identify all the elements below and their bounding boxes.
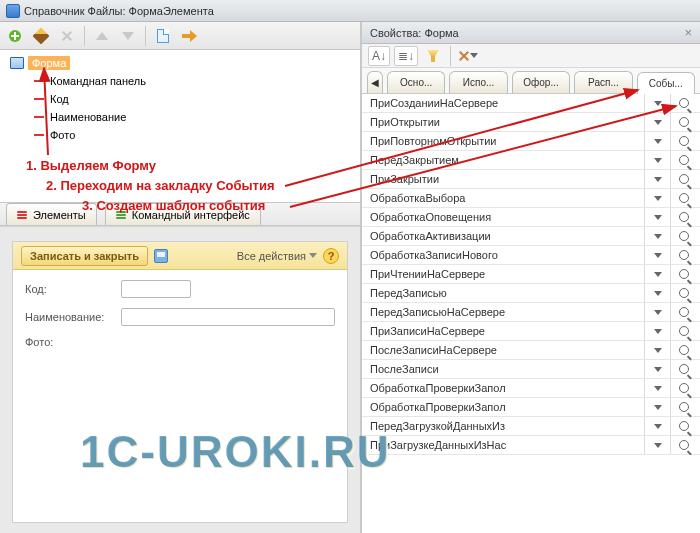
- tree-item[interactable]: Наименование: [6, 108, 354, 126]
- property-dropdown[interactable]: [644, 436, 670, 454]
- stack-green-icon: [116, 211, 126, 219]
- tree-item[interactable]: Фото: [6, 126, 354, 144]
- property-open[interactable]: [670, 170, 696, 188]
- magnifier-icon: [679, 326, 689, 336]
- magnifier-icon: [679, 440, 689, 450]
- property-dropdown[interactable]: [644, 303, 670, 321]
- edit-button[interactable]: [30, 25, 52, 47]
- property-dropdown[interactable]: [644, 341, 670, 359]
- property-dropdown[interactable]: [644, 322, 670, 340]
- property-open[interactable]: [670, 398, 696, 416]
- doc-button[interactable]: [152, 25, 174, 47]
- property-open[interactable]: [670, 265, 696, 283]
- property-dropdown[interactable]: [644, 208, 670, 226]
- help-button[interactable]: ?: [323, 248, 339, 264]
- property-label: ОбработкаПроверкиЗапол: [370, 382, 644, 394]
- property-open[interactable]: [670, 151, 696, 169]
- move-up-button[interactable]: [91, 25, 113, 47]
- property-open[interactable]: [670, 284, 696, 302]
- property-label: ПередЗаписью: [370, 287, 644, 299]
- property-dropdown[interactable]: [644, 360, 670, 378]
- property-dropdown[interactable]: [644, 284, 670, 302]
- magnifier-icon: [679, 307, 689, 317]
- property-dropdown[interactable]: [644, 170, 670, 188]
- magnifier-icon: [679, 212, 689, 222]
- tab-format[interactable]: Офор...: [512, 71, 570, 93]
- property-dropdown[interactable]: [644, 227, 670, 245]
- property-open[interactable]: [670, 132, 696, 150]
- property-row: ОбработкаАктивизации: [362, 227, 700, 246]
- doc-icon: [157, 29, 169, 43]
- property-dropdown[interactable]: [644, 94, 670, 112]
- tab-usage[interactable]: Испо...: [449, 71, 507, 93]
- property-label: ПередЗакрытием: [370, 154, 644, 166]
- save-close-button[interactable]: Записать и закрыть: [21, 246, 148, 266]
- property-open[interactable]: [670, 417, 696, 435]
- property-dropdown[interactable]: [644, 398, 670, 416]
- property-open[interactable]: [670, 436, 696, 454]
- code-input[interactable]: [121, 280, 191, 298]
- move-down-button[interactable]: [117, 25, 139, 47]
- chevron-down-icon: [654, 139, 662, 144]
- magnifier-icon: [679, 402, 689, 412]
- tree-root[interactable]: Форма: [6, 54, 354, 72]
- chevron-down-icon: [654, 386, 662, 391]
- property-open[interactable]: [670, 341, 696, 359]
- sort-cat-button[interactable]: ≣↓: [394, 46, 418, 66]
- tab-elements[interactable]: Элементы: [6, 203, 97, 225]
- property-dropdown[interactable]: [644, 265, 670, 283]
- add-button[interactable]: [4, 25, 26, 47]
- close-icon[interactable]: ×: [684, 25, 692, 40]
- bottom-tabs: Элементы Командный интерфейс: [0, 202, 360, 226]
- property-open[interactable]: [670, 189, 696, 207]
- property-open[interactable]: [670, 113, 696, 131]
- property-label: ПриЗагрузкеДанныхИзНас: [370, 439, 644, 451]
- tab-layout[interactable]: Расп...: [574, 71, 632, 93]
- separator: [145, 26, 146, 46]
- tree-item-label: Фото: [50, 129, 75, 141]
- all-actions-dropdown[interactable]: Все действия: [237, 250, 317, 262]
- tree-item[interactable]: Командная панель: [6, 72, 354, 90]
- property-open[interactable]: [670, 94, 696, 112]
- sort-alpha-button[interactable]: A↓: [368, 46, 390, 66]
- name-input[interactable]: [121, 308, 335, 326]
- properties-toolbar: A↓ ≣↓: [362, 44, 700, 68]
- property-open[interactable]: [670, 379, 696, 397]
- property-dropdown[interactable]: [644, 113, 670, 131]
- left-pane: Форма Командная панель Код Наименование …: [0, 22, 362, 533]
- property-open[interactable]: [670, 227, 696, 245]
- property-row: ОбработкаПроверкиЗапол: [362, 379, 700, 398]
- property-row: ПередЗагрузкойДанныхИз: [362, 417, 700, 436]
- property-row: ПриОткрытии: [362, 113, 700, 132]
- property-dropdown[interactable]: [644, 189, 670, 207]
- save-icon[interactable]: [154, 249, 168, 263]
- tree-item-label: Наименование: [50, 111, 126, 123]
- tab-main[interactable]: Осно...: [387, 71, 445, 93]
- property-label: ПриЗаписиНаСервере: [370, 325, 644, 337]
- delete-button[interactable]: [56, 25, 78, 47]
- property-row: ПриЗакрытии: [362, 170, 700, 189]
- window-title: Справочник Файлы: ФормаЭлемента: [24, 5, 214, 17]
- property-dropdown[interactable]: [644, 132, 670, 150]
- tab-command-interface[interactable]: Командный интерфейс: [105, 203, 261, 225]
- property-open[interactable]: [670, 246, 696, 264]
- clear-button[interactable]: [457, 45, 479, 67]
- tab-scroll-left[interactable]: ◀: [367, 71, 383, 93]
- property-open[interactable]: [670, 208, 696, 226]
- goto-button[interactable]: [178, 25, 200, 47]
- chevron-down-icon: [654, 253, 662, 258]
- property-open[interactable]: [670, 303, 696, 321]
- property-open[interactable]: [670, 360, 696, 378]
- property-dropdown[interactable]: [644, 246, 670, 264]
- tree-item[interactable]: Код: [6, 90, 354, 108]
- window-titlebar: Справочник Файлы: ФормаЭлемента: [0, 0, 700, 22]
- property-open[interactable]: [670, 322, 696, 340]
- chevron-down-icon: [654, 177, 662, 182]
- property-dropdown[interactable]: [644, 417, 670, 435]
- left-toolbar: [0, 22, 360, 50]
- property-label: ОбработкаАктивизации: [370, 230, 644, 242]
- property-dropdown[interactable]: [644, 379, 670, 397]
- property-dropdown[interactable]: [644, 151, 670, 169]
- filter-button[interactable]: [422, 45, 444, 67]
- tab-events[interactable]: Собы...: [637, 72, 695, 94]
